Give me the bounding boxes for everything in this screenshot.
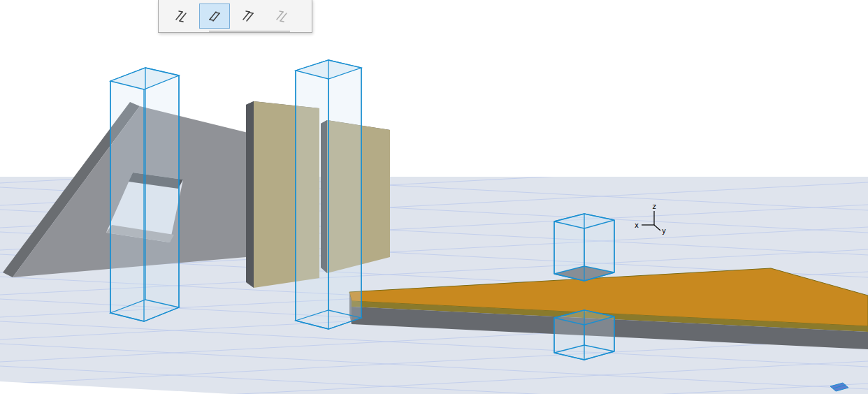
wall-join-option-4-button[interactable]	[266, 3, 297, 29]
wall-join-option-3-icon	[239, 8, 257, 24]
tan-wall-1-side	[246, 101, 254, 288]
floating-toolbar	[158, 0, 312, 33]
selection-box-2[interactable]	[296, 60, 361, 329]
wall-join-option-1-button[interactable]	[166, 3, 196, 29]
wall-join-option-4-icon	[273, 8, 291, 24]
toolbar-divider	[209, 31, 290, 31]
wall-join-option-2-icon	[205, 8, 224, 24]
wall-join-option-3-button[interactable]	[233, 3, 263, 29]
selection-box-3-lower[interactable]	[554, 310, 614, 360]
wall-join-option-1-icon	[172, 8, 190, 24]
axis-z-label: z	[652, 203, 656, 210]
selection-box-3-upper[interactable]	[554, 214, 614, 281]
selection-box-1-body[interactable]	[110, 68, 179, 321]
application-window: z x y	[0, 0, 868, 394]
axis-y-label: y	[662, 227, 666, 235]
axis-x-label: x	[635, 221, 639, 229]
selection-box-1[interactable]	[110, 68, 179, 321]
wall-join-option-2-button[interactable]	[199, 3, 230, 29]
viewport-3d[interactable]: z x y	[0, 0, 868, 394]
